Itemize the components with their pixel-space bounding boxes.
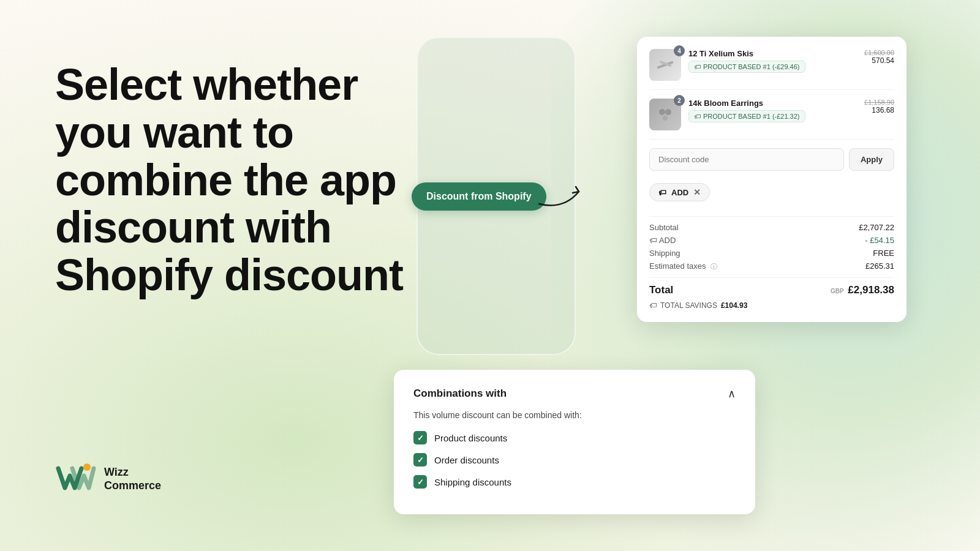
svg-point-0: [83, 463, 91, 471]
item-new-price-earrings: 136.68: [845, 106, 894, 114]
taxes-label: Estimated taxes ⓘ: [649, 261, 717, 271]
remove-add-button[interactable]: ✕: [693, 187, 701, 197]
item-details-skis: 12 Ti Xelium Skis 🏷 PRODUCT BASED #1 (-£…: [688, 49, 838, 73]
item-prices-skis: £1,600.00 570.54: [845, 49, 894, 65]
cart-item-earrings: 2 14k Bloom Earrings 🏷 PRODUCT BASED #1 …: [649, 99, 894, 140]
arrow-icon: [533, 179, 588, 210]
savings-label: TOTAL SAVINGS: [660, 301, 717, 310]
add-label: ADD: [671, 188, 688, 197]
item-discount-tag-earrings: 🏷 PRODUCT BASED #1 (-£21.32): [688, 110, 805, 122]
logo-text: Wizz Commerce: [104, 466, 161, 492]
item-prices-earrings: £1,158.90 136.68: [845, 99, 894, 114]
subtotal-row: Subtotal £2,707.22: [649, 223, 894, 232]
order-discounts-label: Order discounts: [434, 455, 499, 465]
discount-code-row: Apply: [649, 148, 894, 171]
svg-point-4: [665, 109, 671, 115]
item-new-price-skis: 570.54: [845, 56, 894, 65]
total-row: Total GBP £2,918.38: [649, 284, 894, 296]
order-discount-label: 🏷 ADD: [649, 236, 676, 245]
divider-2: [649, 277, 894, 278]
shipping-discounts-checkbox[interactable]: ✓: [413, 475, 427, 489]
item-quantity-badge: 4: [674, 45, 685, 56]
cart-panel: 4 12 Ti Xelium Skis 🏷 PRODUCT BASED #1 (…: [637, 37, 907, 322]
headline-section: Select whether you want to combine the a…: [55, 61, 435, 299]
tag-icon: 🏷: [694, 63, 701, 70]
shipping-label: Shipping: [649, 249, 680, 258]
combo-item-order: ✓ Order discounts: [413, 453, 736, 467]
order-discounts-checkbox[interactable]: ✓: [413, 453, 427, 467]
item-badge-skis: 4: [649, 49, 681, 81]
total-savings-row: 🏷 TOTAL SAVINGS £104.93: [649, 301, 894, 310]
combinations-title: Combinations with: [413, 388, 507, 400]
shipping-value: FREE: [873, 249, 894, 258]
main-headline: Select whether you want to combine the a…: [55, 61, 435, 299]
total-label: Total: [649, 284, 673, 296]
subtotal-value: £2,707.22: [859, 223, 894, 232]
currency-label: GBP: [831, 288, 844, 294]
svg-point-3: [659, 109, 665, 115]
item-details-earrings: 14k Bloom Earrings 🏷 PRODUCT BASED #1 (-…: [688, 99, 838, 122]
order-discount-value: - £54.15: [865, 236, 894, 245]
product-discounts-label: Product discounts: [434, 433, 507, 443]
tag-icon-savings: 🏷: [649, 301, 657, 310]
order-discount-row: 🏷 ADD - £54.15: [649, 236, 894, 245]
shipping-discounts-label: Shipping discounts: [434, 477, 511, 487]
add-discount-badge[interactable]: 🏷 ADD ✕: [649, 183, 710, 201]
shopify-discount-bubble: Discount from Shopify: [412, 182, 546, 211]
logo: Wizz Commerce: [55, 462, 161, 496]
tag-icon-add: 🏷: [658, 188, 666, 197]
combinations-description: This volume discount can be combined wit…: [413, 410, 736, 420]
taxes-value: £265.31: [865, 261, 894, 271]
item-badge-earrings: 2: [649, 99, 681, 130]
divider-1: [649, 216, 894, 217]
collapse-button[interactable]: ∧: [728, 387, 736, 400]
apply-button[interactable]: Apply: [849, 148, 894, 171]
check-icon-shipping: ✓: [417, 478, 424, 487]
tag-icon-earrings: 🏷: [694, 113, 701, 120]
combo-item-product: ✓ Product discounts: [413, 431, 736, 444]
logo-icon: [55, 462, 98, 496]
item-original-price-earrings: £1,158.90: [845, 99, 894, 106]
combo-item-shipping: ✓ Shipping discounts: [413, 475, 736, 489]
item-name-earrings: 14k Bloom Earrings: [688, 99, 838, 108]
product-discounts-checkbox[interactable]: ✓: [413, 431, 427, 444]
item-original-price-skis: £1,600.00: [845, 49, 894, 56]
info-icon: ⓘ: [710, 263, 717, 270]
total-value: GBP £2,918.38: [831, 284, 894, 296]
savings-value: £104.93: [721, 301, 747, 310]
cart-item-skis: 4 12 Ti Xelium Skis 🏷 PRODUCT BASED #1 (…: [649, 49, 894, 90]
item-name-skis: 12 Ti Xelium Skis: [688, 49, 838, 58]
check-icon-order: ✓: [417, 455, 424, 465]
taxes-row: Estimated taxes ⓘ £265.31: [649, 261, 894, 271]
combinations-header: Combinations with ∧: [413, 387, 736, 400]
combinations-panel: Combinations with ∧ This volume discount…: [394, 370, 755, 514]
item-quantity-badge-earrings: 2: [674, 95, 685, 106]
tag-icon-order: 🏷: [649, 236, 659, 245]
subtotal-label: Subtotal: [649, 223, 679, 232]
item-discount-tag-skis: 🏷 PRODUCT BASED #1 (-£29.46): [688, 61, 805, 73]
svg-point-5: [663, 116, 668, 121]
check-icon: ✓: [417, 433, 424, 443]
shipping-row: Shipping FREE: [649, 249, 894, 258]
discount-code-input[interactable]: [649, 148, 844, 171]
